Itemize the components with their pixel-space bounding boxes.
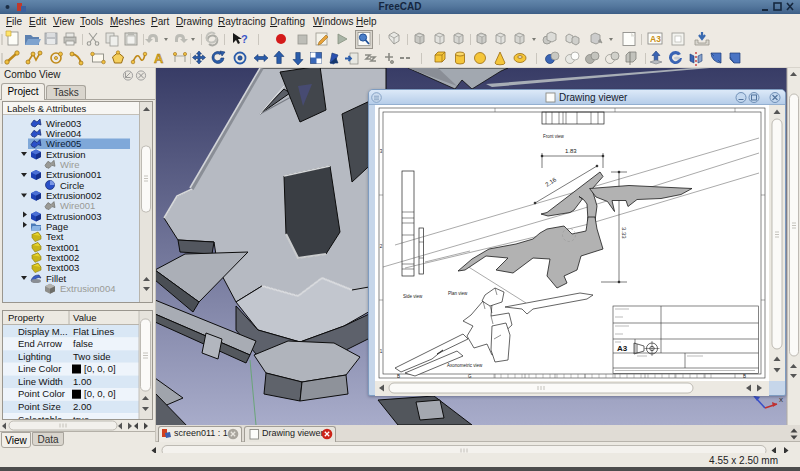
svg-text:Flat Lines: Flat Lines [73,326,114,337]
svg-text:B: B [743,374,746,379]
svg-text:Axonometric view: Axonometric view [447,363,483,368]
svg-text:1.83: 1.83 [565,148,577,154]
svg-text:2.00: 2.00 [73,401,92,412]
svg-text:x: x [779,395,783,404]
svg-text:Extrusion002: Extrusion002 [46,190,101,201]
svg-text:Wire004: Wire004 [46,128,81,139]
svg-text:Side view: Side view [403,294,423,299]
svg-text:Display M...: Display M... [18,326,68,337]
svg-text:Line Width: Line Width [18,376,63,387]
svg-text:3: 3 [380,149,383,154]
svg-text:Text002: Text002 [46,252,79,263]
svg-text:false: false [73,338,93,349]
svg-text:2: 2 [380,244,383,249]
svg-text:Two side: Two side [73,351,111,362]
svg-text:[0, 0, 0]: [0, 0, 0] [84,363,116,374]
svg-text:Wire: Wire [60,159,80,170]
svg-text:3.33: 3.33 [621,227,627,239]
svg-text:A3: A3 [650,34,661,44]
svg-text:Point Color: Point Color [18,388,65,399]
svg-text:[0, 0, 0]: [0, 0, 0] [84,388,116,399]
svg-text:Selectable: Selectable [18,414,62,419]
svg-text:End Arrow: End Arrow [18,338,62,349]
svg-text:Point Size: Point Size [18,401,61,412]
svg-text:1: 1 [380,349,383,354]
svg-text:Page: Page [46,221,68,232]
svg-text:A3: A3 [617,344,628,353]
svg-text:B: B [397,374,400,379]
svg-text:Line Color: Line Color [18,363,61,374]
svg-text:Extrusion004: Extrusion004 [60,283,115,294]
svg-text:G: G [468,374,472,379]
svg-text:Lighting: Lighting [18,351,51,362]
svg-text:1.00: 1.00 [73,376,92,387]
svg-text:true: true [73,414,89,419]
svg-text:Plan view: Plan view [448,291,468,296]
svg-text:Property: Property [8,312,44,323]
svg-text:?: ? [241,33,248,45]
svg-text:2.16: 2.16 [544,176,558,188]
svg-text:Front view: Front view [543,134,565,139]
svg-text:A: A [154,51,164,66]
svg-text:Value: Value [73,312,97,323]
